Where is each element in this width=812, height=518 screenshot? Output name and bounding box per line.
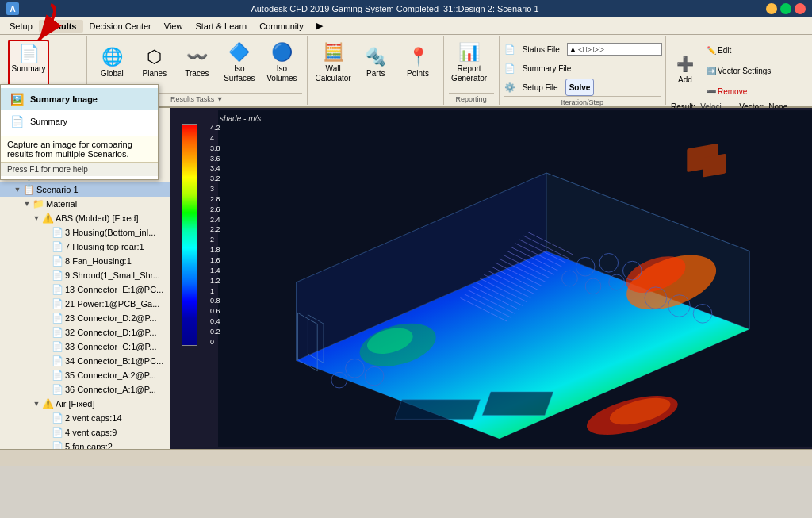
status-bar (0, 449, 812, 466)
colorscale-value-11: 2 (210, 236, 220, 244)
tree-label-8: 3 Housing(Bottom_inl... (65, 228, 167, 237)
parts-icon: 🔩 (365, 47, 386, 67)
remove-icon: ➖ (707, 87, 716, 96)
remove-label: Remove (718, 87, 747, 96)
colorscale-value-2: 3.8 (210, 144, 220, 152)
ribbon-group-reporting: 📊 ReportGenerator Reporting (444, 36, 500, 105)
ribbon-buttons-reporting: 📊 ReportGenerator (449, 38, 494, 93)
tree-icon-10: 📄 (51, 255, 63, 267)
tree-toggle-5: ▼ (13, 185, 22, 194)
minimize-button[interactable] (766, 3, 777, 14)
tree-item-8[interactable]: 📄3 Housing(Bottom_inl... (0, 225, 170, 240)
summary-file-button[interactable]: Summary File (519, 59, 576, 77)
summary-image-icon: 🖼️ (10, 93, 24, 106)
tree-label-15: 32 Connector_D:1@P... (65, 328, 167, 337)
close-button[interactable] (795, 3, 806, 14)
report-gen-icon: 📊 (458, 42, 480, 63)
summary-file-icon: 📄 (504, 63, 515, 74)
dropdown-item-summary-image[interactable]: 🖼️ Summary Image (1, 88, 158, 110)
tree-item-11[interactable]: 📄9 Shroud(1_Small_Shr... (0, 268, 170, 282)
maximize-button[interactable] (780, 3, 791, 14)
tree-item-13[interactable]: 📄21 Power:1@PCB_Ga... (0, 297, 170, 311)
colorscale-value-8: 2.6 (210, 205, 220, 213)
remove-button[interactable]: ➖ Remove (703, 82, 775, 100)
add-button[interactable]: ➕ Add (671, 51, 699, 90)
iso-surfaces-label: Iso Surfaces (222, 64, 257, 83)
add-label: Add (678, 75, 692, 85)
tree-item-21[interactable]: 📄2 vent caps:14 (0, 411, 170, 425)
tree-icon-8: 📄 (51, 226, 63, 239)
menu-setup[interactable]: Setup (3, 20, 39, 33)
summary-dropdown: 🖼️ Summary Image 📄 Summary Capture an im… (0, 84, 159, 180)
tree-icon-21: 📄 (51, 412, 63, 424)
viewport[interactable]: shade - m/s 4.243.83.63.43.232.82.62.42.… (170, 108, 812, 449)
tree-label-20: Air [Fixed] (56, 399, 167, 409)
tree-item-10[interactable]: 📄8 Fan_Housing:1 (0, 254, 170, 268)
menu-results[interactable]: Results (39, 20, 83, 33)
tree-item-15[interactable]: 📄32 Connector_D:1@P... (0, 325, 170, 340)
tree-label-22: 4 vent caps:9 (65, 428, 167, 437)
tree-item-18[interactable]: 📄35 Connector_A:2@P... (0, 368, 170, 382)
tree-item-20[interactable]: ▼⚠️Air [Fixed] (0, 397, 170, 411)
colorscale-value-3: 3.6 (210, 155, 220, 163)
dropdown-item-label-summary: Summary (30, 117, 67, 126)
tree-item-9[interactable]: 📄7 Housing top rear:1 (0, 240, 170, 254)
summary-icon: 📄 (18, 44, 40, 64)
tree-item-16[interactable]: 📄33 Connector_C:1@P... (0, 340, 170, 354)
add-icon: ➕ (676, 56, 694, 74)
iso-volumes-button[interactable]: 🔵 Iso Volumes (262, 38, 303, 87)
ribbon-group-label-iteration: Iteration/Step (504, 96, 661, 106)
parts-button[interactable]: 🔩 Parts (355, 38, 396, 87)
tree-label-19: 36 Connector_A:1@P... (65, 385, 167, 394)
tree-item-22[interactable]: 📄4 vent caps:9 (0, 425, 170, 439)
tooltip-help: Press F1 for more help (1, 162, 158, 176)
tree-icon-7: ⚠️ (41, 212, 54, 224)
tree-icon-13: 📄 (51, 297, 63, 310)
tree-icon-16: 📄 (51, 340, 63, 353)
tree-item-14[interactable]: 📄23 Connector_D:2@P... (0, 311, 170, 325)
global-button[interactable]: 🌐 Global (92, 38, 133, 87)
tree-toggle-22 (41, 428, 51, 437)
menu-extra[interactable]: ▶ (310, 19, 329, 33)
colorscale: 4.243.83.63.43.232.82.62.42.221.81.61.41… (182, 124, 197, 346)
ribbon-group-status: 📄 Status File ▲ ◁ ▷ ▷▷ 📄 Summary File ⚙️ (500, 36, 666, 105)
tree-item-23[interactable]: 📄5 fan caps:2 (0, 439, 170, 449)
points-label: Points (407, 69, 429, 79)
summary-dd-icon: 📄 (10, 115, 24, 128)
menu-view[interactable]: View (158, 20, 190, 33)
traces-icon: 〰️ (186, 47, 208, 67)
summary-button[interactable]: 📄 Summary (8, 40, 49, 89)
vector-settings-button[interactable]: ➡️ Vector Settings (703, 62, 775, 79)
report-generator-button[interactable]: 📊 ReportGenerator (449, 38, 490, 87)
setup-file-label: Setup File (523, 83, 558, 92)
tree-item-12[interactable]: 📄13 Connector_E:1@PC... (0, 282, 170, 297)
points-button[interactable]: 📍 Points (397, 38, 438, 87)
dropdown-item-summary[interactable]: 📄 Summary (1, 110, 158, 132)
wall-calculator-button[interactable]: 🧮 WallCalculator (312, 38, 354, 87)
solve-button[interactable]: Solve (565, 79, 595, 96)
menu-decision-center[interactable]: Decision Center (83, 20, 158, 33)
ribbon-buttons-tools: 🧮 WallCalculator 🔩 Parts 📍 Points (312, 38, 439, 103)
colorscale-value-5: 3.2 (210, 175, 220, 182)
colorscale-value-18: 0.6 (210, 307, 220, 315)
tree-item-19[interactable]: 📄36 Connector_A:1@P... (0, 382, 170, 397)
colorscale-value-9: 2.4 (210, 216, 220, 224)
setup-file-button[interactable]: Setup File (519, 79, 562, 96)
tree-label-16: 33 Connector_C:1@P... (65, 342, 167, 351)
colorscale-value-4: 3.4 (210, 164, 220, 172)
tree-item-5[interactable]: ▼📋Scenario 1 (0, 182, 170, 197)
menu-community[interactable]: Community (253, 20, 310, 33)
edit-icon: ✏️ (707, 46, 716, 55)
tree-item-17[interactable]: 📄34 Connector_B:1@PC... (0, 354, 170, 368)
dropdown-item-label-summary-image: Summary Image (30, 94, 98, 104)
menu-start-learn[interactable]: Start & Learn (189, 20, 253, 33)
iso-surfaces-button[interactable]: 🔷 Iso Surfaces (219, 38, 260, 87)
colorscale-value-19: 0.4 (210, 317, 220, 325)
tree-icon-11: 📄 (51, 269, 63, 282)
tree-item-7[interactable]: ▼⚠️ABS (Molded) [Fixed] (0, 211, 170, 225)
tree-item-6[interactable]: ▼📁Material (0, 197, 170, 211)
edit-button[interactable]: ✏️ Edit (703, 41, 775, 59)
status-file-button[interactable]: Status File (519, 40, 564, 58)
planes-button[interactable]: ⬡ Planes (134, 38, 175, 87)
traces-button[interactable]: 〰️ Traces (177, 38, 218, 87)
